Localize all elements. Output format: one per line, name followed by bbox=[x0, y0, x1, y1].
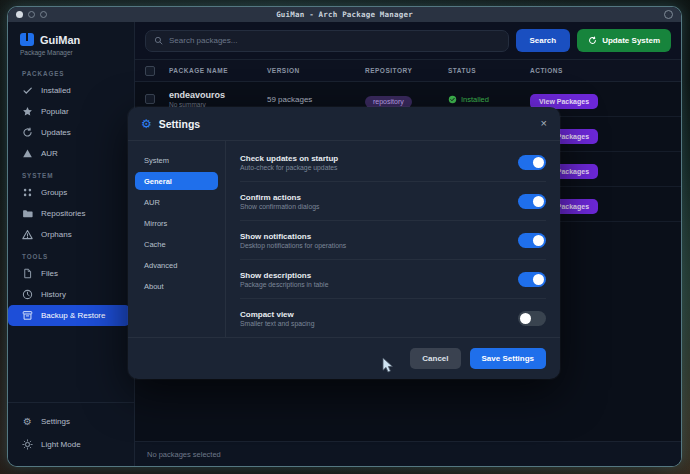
settings-modal-header: ⚙ Settings × bbox=[128, 107, 560, 141]
window-controls bbox=[16, 11, 47, 18]
package-name: endeavouros bbox=[169, 90, 267, 101]
setting-title: Show descriptions bbox=[240, 270, 328, 281]
search-input[interactable] bbox=[169, 36, 500, 45]
settings-modal: ⚙ Settings × System General AUR Mirrors … bbox=[128, 107, 560, 379]
titlebar: GuiMan - Arch Package Manager bbox=[8, 7, 681, 22]
toggle-show-descriptions[interactable] bbox=[518, 272, 546, 287]
sun-icon bbox=[22, 439, 33, 450]
setting-description: Auto-check for package updates bbox=[240, 164, 338, 171]
col-status: STATUS bbox=[448, 67, 530, 74]
toggle-compact-view[interactable] bbox=[518, 311, 546, 326]
setting-show-descriptions: Show descriptions Package descriptions i… bbox=[240, 260, 546, 299]
col-actions: ACTIONS bbox=[530, 67, 681, 74]
sidebar-item-label: Files bbox=[41, 269, 58, 278]
sidebar: GuiMan Package Manager PACKAGES Installe… bbox=[8, 22, 135, 466]
sidebar-item-label: Light Mode bbox=[41, 440, 81, 449]
setting-check-updates: Check updates on startup Auto-check for … bbox=[240, 143, 546, 182]
refresh-icon bbox=[22, 127, 33, 138]
sidebar-item-aur[interactable]: AUR bbox=[8, 143, 134, 164]
settings-tab-aur[interactable]: AUR bbox=[135, 193, 218, 211]
sidebar-item-history[interactable]: History bbox=[8, 284, 134, 305]
gear-icon: ⚙ bbox=[22, 416, 33, 427]
sidebar-item-label: Settings bbox=[41, 417, 70, 426]
minimize-window-button[interactable] bbox=[28, 11, 35, 18]
settings-tab-advanced[interactable]: Advanced bbox=[135, 256, 218, 274]
settings-tab-cache[interactable]: Cache bbox=[135, 235, 218, 253]
sidebar-item-settings[interactable]: ⚙ Settings bbox=[8, 410, 134, 433]
status-cell: Installed bbox=[448, 95, 530, 104]
file-icon bbox=[22, 268, 33, 279]
desktop-background: GuiMan - Arch Package Manager GuiMan Pac… bbox=[0, 0, 690, 474]
status-bar: No packages selected bbox=[135, 441, 681, 466]
titlebar-menu-button[interactable] bbox=[664, 10, 673, 19]
settings-tab-mirrors[interactable]: Mirrors bbox=[135, 214, 218, 232]
settings-tab-system[interactable]: System bbox=[135, 151, 218, 169]
settings-tab-general[interactable]: General bbox=[135, 172, 218, 190]
settings-modal-body: System General AUR Mirrors Cache Advance… bbox=[128, 141, 560, 337]
sidebar-item-label: Updates bbox=[41, 128, 71, 137]
update-system-label: Update System bbox=[602, 36, 660, 45]
setting-description: Desktop notifications for operations bbox=[240, 242, 346, 249]
toggle-knob bbox=[533, 196, 544, 207]
toggle-check-updates[interactable] bbox=[518, 155, 546, 170]
settings-content: Check updates on startup Auto-check for … bbox=[226, 141, 560, 337]
setting-show-notifications: Show notifications Desktop notifications… bbox=[240, 221, 546, 260]
section-header-tools: TOOLS bbox=[8, 245, 134, 263]
close-icon[interactable]: × bbox=[541, 118, 547, 129]
search-box bbox=[145, 30, 509, 52]
app-logo-icon bbox=[20, 33, 34, 46]
warning-icon bbox=[22, 229, 33, 240]
sidebar-item-installed[interactable]: Installed bbox=[8, 80, 134, 101]
sidebar-item-orphans[interactable]: Orphans bbox=[8, 224, 134, 245]
setting-description: Show confirmation dialogs bbox=[240, 203, 319, 210]
col-package-name: PACKAGE NAME bbox=[169, 67, 267, 74]
maximize-window-button[interactable] bbox=[40, 11, 47, 18]
grid-dots-icon bbox=[22, 187, 33, 198]
setting-description: Package descriptions in table bbox=[240, 281, 328, 288]
sidebar-item-backup-restore[interactable]: Backup & Restore bbox=[8, 305, 130, 326]
table-header: PACKAGE NAME VERSION REPOSITORY STATUS A… bbox=[135, 59, 681, 82]
setting-compact-view: Compact view Smaller text and spacing bbox=[240, 299, 546, 337]
row-checkbox[interactable] bbox=[145, 94, 155, 104]
save-settings-button[interactable]: Save Settings bbox=[470, 348, 546, 369]
sidebar-item-repositories[interactable]: Repositories bbox=[8, 203, 134, 224]
archive-icon bbox=[22, 310, 33, 321]
setting-confirm-actions: Confirm actions Show confirmation dialog… bbox=[240, 182, 546, 221]
sidebar-item-light-mode[interactable]: Light Mode bbox=[8, 433, 134, 456]
toggle-knob bbox=[520, 313, 531, 324]
toggle-knob bbox=[533, 157, 544, 168]
search-icon bbox=[154, 36, 163, 45]
sidebar-item-groups[interactable]: Groups bbox=[8, 182, 134, 203]
refresh-icon bbox=[588, 36, 597, 45]
toggle-knob bbox=[533, 274, 544, 285]
toggle-show-notifications[interactable] bbox=[518, 233, 546, 248]
package-version: 59 packages bbox=[267, 95, 365, 104]
folder-icon bbox=[22, 208, 33, 219]
update-system-button[interactable]: Update System bbox=[577, 29, 671, 52]
search-button[interactable]: Search bbox=[516, 29, 571, 52]
app-logo-row: GuiMan bbox=[8, 22, 134, 47]
section-header-system: SYSTEM bbox=[8, 164, 134, 182]
check-icon bbox=[22, 85, 33, 96]
cancel-button[interactable]: Cancel bbox=[410, 348, 460, 369]
status-bar-text: No packages selected bbox=[147, 450, 221, 459]
clock-icon bbox=[22, 289, 33, 300]
settings-modal-footer: Cancel Save Settings bbox=[128, 337, 560, 379]
sidebar-item-label: Groups bbox=[41, 188, 67, 197]
settings-tab-about[interactable]: About bbox=[135, 277, 218, 295]
sidebar-item-popular[interactable]: Popular bbox=[8, 101, 134, 122]
settings-modal-title: Settings bbox=[159, 118, 200, 130]
gear-icon: ⚙ bbox=[141, 118, 152, 130]
settings-nav: System General AUR Mirrors Cache Advance… bbox=[128, 141, 226, 337]
setting-title: Check updates on startup bbox=[240, 153, 338, 164]
close-window-button[interactable] bbox=[16, 11, 23, 18]
check-circle-icon bbox=[448, 95, 457, 104]
toggle-confirm-actions[interactable] bbox=[518, 194, 546, 209]
status-label: Installed bbox=[461, 95, 489, 104]
sidebar-item-updates[interactable]: Updates bbox=[8, 122, 134, 143]
sidebar-item-files[interactable]: Files bbox=[8, 263, 134, 284]
app-subtitle: Package Manager bbox=[8, 47, 134, 62]
select-all-checkbox[interactable] bbox=[145, 66, 155, 76]
sidebar-item-label: Orphans bbox=[41, 230, 72, 239]
sidebar-spacer bbox=[8, 326, 134, 402]
